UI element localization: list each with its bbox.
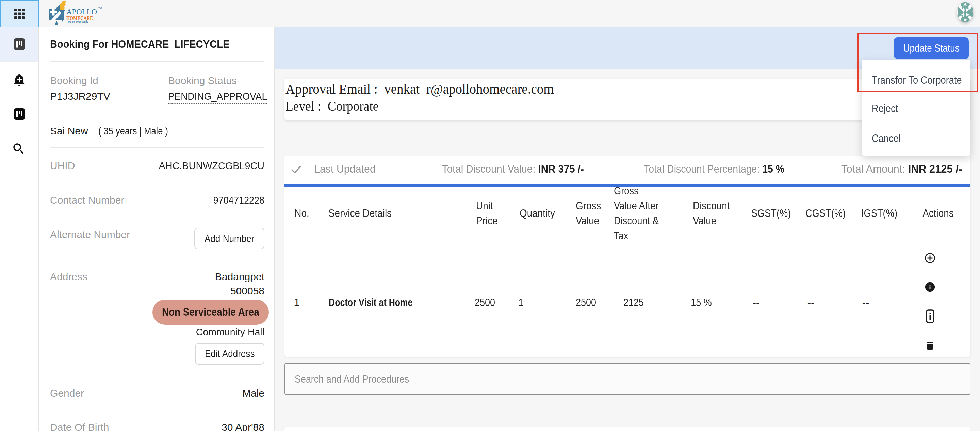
svg-text:TM: TM: [98, 7, 102, 10]
svg-text:—We are your family—: —We are your family—: [65, 20, 91, 24]
svg-text:APOLLO: APOLLO: [66, 7, 97, 16]
